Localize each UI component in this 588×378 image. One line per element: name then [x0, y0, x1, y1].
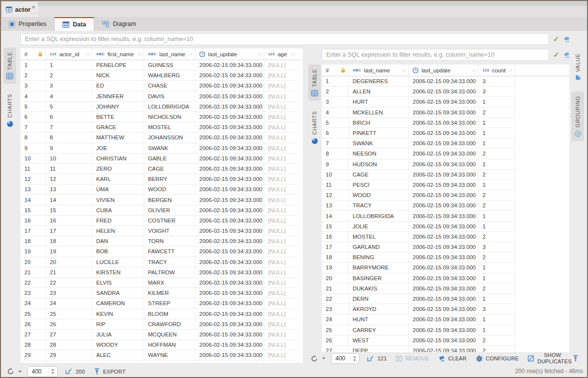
row-number-cell[interactable]: 11	[21, 164, 46, 174]
clear-button[interactable]: CLEAR	[438, 356, 467, 362]
row-number-cell[interactable]: 13	[21, 184, 46, 195]
sort-icon[interactable]: ↓↑	[137, 51, 144, 57]
sort-icon[interactable]: ↓↑	[85, 51, 92, 57]
first-name-cell[interactable]: NICK	[92, 70, 144, 81]
actor-id-cell[interactable]: 19	[46, 246, 92, 257]
fetch-size-input[interactable]	[332, 355, 350, 362]
fetch-size-spinner[interactable]	[27, 366, 58, 377]
age-cell[interactable]: [NULL]	[264, 60, 297, 70]
last-name-cell[interactable]: DUKAKIS	[349, 284, 409, 294]
age-cell[interactable]: [NULL]	[264, 246, 297, 257]
last-name-cell[interactable]: PECK	[144, 360, 195, 363]
first-name-cell[interactable]: LUCILLE	[92, 257, 144, 267]
actor-id-cell[interactable]: 9	[46, 143, 92, 154]
count-cell[interactable]: 3	[479, 304, 515, 314]
count-cell[interactable]: 1	[479, 118, 515, 128]
tab-overflow-icon[interactable]: ...	[31, 10, 36, 14]
count-cell[interactable]: 1	[479, 159, 515, 170]
row-number-cell[interactable]: 25	[322, 325, 349, 335]
last-name-cell[interactable]: CRAWFORD	[144, 319, 195, 330]
row-number-cell[interactable]: 23	[322, 304, 349, 314]
actor-id-cell[interactable]: 24	[46, 298, 92, 309]
last-name-cell[interactable]: WAYNE	[144, 350, 195, 360]
age-cell[interactable]: [NULL]	[264, 278, 297, 288]
clear-filter-eraser-icon[interactable]	[563, 36, 570, 43]
count-cell[interactable]: 2	[479, 232, 515, 242]
last-update-cell[interactable]: 2006-02-15 09:34:33.000	[409, 180, 479, 190]
row-number-cell[interactable]: 1	[322, 76, 349, 87]
last-name-cell[interactable]: VOIGHT	[144, 226, 195, 236]
spinner-up-icon[interactable]	[353, 356, 356, 358]
row-number-cell[interactable]: 5	[21, 102, 46, 112]
first-name-cell[interactable]: UMA	[92, 184, 144, 195]
last-name-cell[interactable]: WAHLBERG	[144, 70, 195, 81]
age-cell[interactable]: [NULL]	[264, 267, 297, 278]
age-cell[interactable]: [NULL]	[264, 154, 297, 164]
last-name-cell[interactable]: BERGEN	[144, 195, 195, 205]
clear-filter-eraser-icon[interactable]	[563, 52, 570, 58]
actor-id-cell[interactable]: 22	[46, 278, 92, 288]
last-name-cell[interactable]: TORN	[144, 236, 195, 246]
last-update-cell[interactable]: 2006-02-15 09:34:33.000	[409, 190, 479, 200]
last-name-cell[interactable]: MOSTEL	[144, 122, 195, 133]
first-name-cell[interactable]: ALEC	[92, 350, 144, 360]
last-update-cell[interactable]: 2006-02-15 09:34:33.000	[409, 170, 479, 180]
row-number-cell[interactable]: 18	[21, 236, 46, 246]
last-update-cell[interactable]: 2006-02-15 09:34:33.000	[409, 335, 479, 346]
first-name-cell[interactable]: HELEN	[92, 226, 144, 236]
age-cell[interactable]: [NULL]	[264, 205, 297, 216]
last-update-cell[interactable]: 2006-02-15 09:34:33.000	[195, 226, 264, 236]
first-name-cell[interactable]: SANDRA	[92, 288, 144, 298]
row-number-cell[interactable]: 28	[21, 340, 46, 350]
last-update-cell[interactable]: 2006-02-15 09:34:33.000	[409, 325, 479, 335]
last-update-cell[interactable]: 2006-02-15 09:34:33.000	[195, 298, 264, 309]
last-name-cell[interactable]: WEST	[349, 335, 409, 346]
age-cell[interactable]: [NULL]	[264, 70, 297, 81]
last-name-cell[interactable]: BIRCH	[349, 118, 409, 128]
last-update-cell[interactable]: 2006-02-15 09:34:33.000	[409, 294, 479, 304]
actor-id-cell[interactable]: 13	[46, 184, 92, 195]
tab-data[interactable]: Data	[54, 17, 94, 31]
row-number-header[interactable]: #	[322, 65, 349, 76]
export-button[interactable]: EXPORT	[94, 368, 126, 375]
first-name-cell[interactable]: KEVIN	[92, 309, 144, 319]
row-number-cell[interactable]: 6	[322, 128, 349, 138]
last-name-cell[interactable]: MCKELLEN	[349, 108, 409, 118]
row-number-cell[interactable]: 12	[21, 174, 46, 184]
last-update-cell[interactable]: 2006-02-15 09:34:33.000	[195, 309, 264, 319]
actor-id-cell[interactable]: 15	[46, 205, 92, 216]
actor-id-cell[interactable]: 4	[46, 91, 92, 102]
age-cell[interactable]: [NULL]	[264, 195, 297, 205]
last-name-cell[interactable]: STREEP	[144, 298, 195, 309]
filter-input-main[interactable]	[21, 33, 549, 45]
actor-id-cell[interactable]: 6	[46, 112, 92, 122]
last-name-cell[interactable]: DEGENERES	[349, 76, 409, 87]
first-name-cell[interactable]: ELVIS	[92, 278, 144, 288]
row-number-cell[interactable]: 8	[21, 133, 46, 143]
last-update-cell[interactable]: 2006-02-15 09:34:33.000	[409, 149, 479, 159]
side-tab-value[interactable]: VALUE	[571, 49, 584, 85]
last-update-cell[interactable]: 2006-02-15 09:34:33.000	[195, 164, 264, 174]
row-number-cell[interactable]: 5	[322, 118, 349, 128]
last-update-cell[interactable]: 2006-02-15 09:34:33.000	[409, 87, 479, 97]
apply-filter-check-icon[interactable]: ✓	[553, 50, 560, 59]
row-number-cell[interactable]: 12	[322, 190, 349, 200]
count-cell[interactable]: 1	[479, 325, 515, 335]
first-name-cell[interactable]: BOB	[92, 246, 144, 257]
sort-icon[interactable]: ↓↑	[189, 51, 195, 57]
row-number-cell[interactable]: 16	[21, 216, 46, 226]
tab-diagram[interactable]: Diagram	[94, 17, 144, 31]
row-number-cell[interactable]: 4	[322, 108, 349, 118]
last-update-cell[interactable]: 2006-02-15 09:34:33.000	[195, 70, 264, 81]
last-update-cell[interactable]: 2006-02-15 09:34:33.000	[195, 216, 264, 226]
row-number-cell[interactable]: 2	[21, 70, 46, 81]
age-cell[interactable]: [NULL]	[264, 309, 297, 319]
sort-icon[interactable]: ↓↑	[291, 51, 297, 57]
count-cell[interactable]: 2	[479, 335, 515, 346]
column-header-age[interactable]: 123 age ↓↑	[264, 48, 297, 60]
actor-id-cell[interactable]: 5	[46, 102, 92, 112]
row-number-cell[interactable]: 21	[21, 267, 46, 278]
last-update-cell[interactable]: 2006-02-15 09:34:33.000	[195, 350, 264, 360]
grouping-side-tab-charts[interactable]: CHARTS	[308, 107, 321, 149]
count-cell[interactable]: 3	[479, 76, 515, 87]
